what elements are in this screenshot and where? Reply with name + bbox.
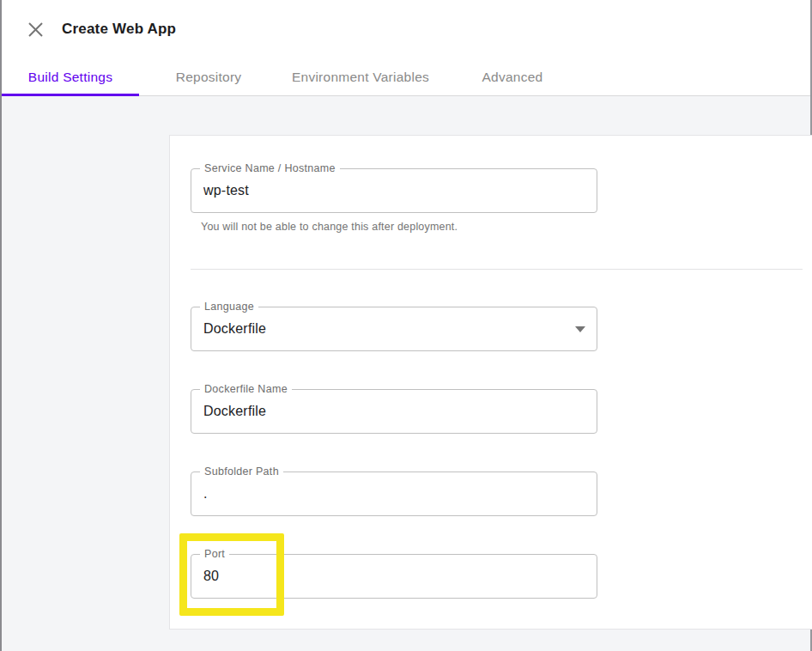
tab-bar: Build Settings Repository Environment Va… xyxy=(2,58,810,96)
content-area: Service Name / Hostname You will not be … xyxy=(2,96,810,651)
subfolder-path-field: Subfolder Path xyxy=(191,472,597,516)
dockerfile-name-field: Dockerfile Name xyxy=(191,389,597,434)
dockerfile-name-input[interactable] xyxy=(191,390,597,433)
dialog-header: Create Web App xyxy=(2,0,810,58)
port-input[interactable] xyxy=(191,555,597,598)
service-name-field: Service Name / Hostname xyxy=(191,168,597,213)
close-button[interactable] xyxy=(23,17,47,41)
tab-build-settings[interactable]: Build Settings xyxy=(2,58,139,95)
tab-advanced[interactable]: Advanced xyxy=(443,58,582,95)
language-value: Dockerfile xyxy=(191,307,597,350)
tab-repository[interactable]: Repository xyxy=(139,58,278,95)
close-icon xyxy=(27,21,44,38)
subfolder-path-input[interactable] xyxy=(191,472,597,515)
create-web-app-dialog: Create Web App Build Settings Repository… xyxy=(0,0,812,651)
dialog-title: Create Web App xyxy=(62,21,176,38)
tab-environment-variables[interactable]: Environment Variables xyxy=(278,58,443,95)
form-card: Service Name / Hostname You will not be … xyxy=(169,135,812,630)
language-select[interactable]: Language Dockerfile xyxy=(191,307,597,351)
port-field-wrap: Port xyxy=(191,554,597,599)
service-name-input[interactable] xyxy=(191,169,597,212)
port-field: Port xyxy=(191,554,597,599)
service-name-helper: You will not be able to change this afte… xyxy=(191,221,812,233)
chevron-down-icon xyxy=(575,326,585,332)
section-divider xyxy=(191,269,803,270)
